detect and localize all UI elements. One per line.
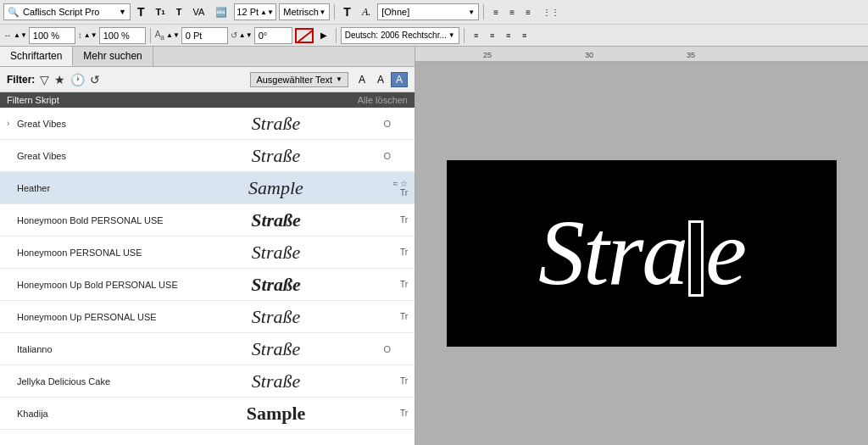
font-list-item[interactable]: Great VibesStraßeO [0, 140, 415, 172]
font-name-selector[interactable]: 🔍 Caflisch Script Pro ▼ [3, 3, 131, 20]
font-type-btn-2[interactable]: T1 [152, 3, 170, 20]
a-size-buttons: A A A [353, 72, 408, 87]
filter-text-dropdown[interactable]: Ausgewählter Text ▼ [250, 72, 348, 87]
search-icon: 🔍 [8, 7, 19, 18]
baseline-group: Aa ▲▼ 0 Pt [155, 27, 228, 44]
font-preview-cell: Straße [186, 306, 365, 328]
align-option-1[interactable]: ≡ [469, 28, 484, 43]
canvas-panel: 25 30 35 Strae [415, 47, 868, 445]
ruler-mark-35: 35 [687, 51, 695, 59]
align-option-3[interactable]: ≡ [501, 28, 516, 43]
font-preview-cell: Straße [186, 145, 365, 167]
baseline-value: 0 Pt [186, 31, 203, 41]
canvas-black-bg[interactable]: Strae [447, 160, 837, 347]
style-selector[interactable]: [Ohne] ▼ [377, 3, 479, 20]
font-preview-cell: Straße [186, 274, 365, 296]
canvas-text: Strae [538, 206, 745, 301]
font-list-item[interactable]: ItaliannoStraßeO [0, 333, 415, 365]
font-type-btn-5[interactable]: 🔤 [211, 3, 231, 20]
font-type-btn-1[interactable]: T [133, 3, 149, 20]
a-small-btn[interactable]: A [353, 72, 370, 87]
font-name-cell: Italianno [17, 344, 186, 354]
rotation-value: 0° [259, 31, 268, 41]
canvas-area: Strae [415, 62, 868, 445]
font-name-cell: Khadija [17, 409, 186, 419]
font-icon-cell: Tr [391, 215, 408, 225]
font-size-value: 12 Pt [236, 7, 259, 17]
size-unit-selector[interactable]: Metrisch ▼ [279, 3, 330, 20]
baseline-arrows: ▲▼ [166, 31, 180, 39]
filter-star-icon[interactable]: ★ [54, 73, 65, 86]
align-option-4[interactable]: ≡ [517, 28, 532, 43]
char-style-A[interactable]: A. [358, 3, 375, 20]
font-icon-cell: ≈ ☆ Tr [391, 179, 408, 197]
font-name-cell: Honeymoon Bold PERSONAL USE [17, 215, 186, 225]
font-name-cell: Honeymoon Up PERSONAL USE [17, 312, 186, 322]
align-group: ≡ ≡ ≡ [488, 4, 536, 19]
baseline-icon: Aa [155, 30, 164, 42]
a-medium-btn[interactable]: A [372, 72, 389, 87]
filter-refresh-icon[interactable]: ↺ [90, 73, 100, 86]
style-arrow: ▼ [468, 8, 475, 16]
scale-h-input[interactable]: 100 % [29, 27, 75, 44]
rotation-input[interactable]: 0° [254, 27, 292, 44]
scale-v-input[interactable]: 100 % [99, 27, 146, 44]
filter-funnel-icon[interactable]: ▽ [40, 73, 49, 86]
rotation-icon: ↺ [231, 31, 237, 40]
font-list-item[interactable]: HeatherSample≈ ☆ Tr [0, 172, 415, 204]
font-preview-cell: Straße [186, 113, 365, 135]
font-icon-cell: Tr [391, 409, 408, 418]
font-icon-cell: Tr [391, 280, 408, 289]
lang-value: Deutsch: 2006 Rechtschr... [345, 31, 447, 40]
language-selector[interactable]: Deutsch: 2006 Rechtschr... ▼ [341, 27, 459, 44]
font-icon-cell: Tr [391, 248, 408, 257]
font-list-item[interactable]: Honeymoon Bold PERSONAL USEStraßeTr [0, 204, 415, 236]
separator-4 [336, 28, 337, 43]
font-type-btn-4[interactable]: VA [188, 3, 209, 20]
font-list-item[interactable]: Jellyka Delicious CakeStraßeTr [0, 365, 415, 398]
a-large-btn[interactable]: A [391, 72, 408, 87]
font-list-item[interactable]: Honeymoon Up PERSONAL USEStraßeTr [0, 301, 415, 333]
font-size-selector[interactable]: 12 Pt ▲▼ [234, 3, 276, 20]
font-preview-cell: Sample [186, 177, 365, 199]
rotation-arrows: ▲▼ [239, 31, 253, 39]
baseline-input[interactable]: 0 Pt [181, 27, 228, 44]
font-list-item[interactable]: ›Great VibesStraßeO [0, 108, 415, 140]
tab-mehr-suchen[interactable]: Mehr suchen [73, 47, 153, 66]
unit-arrow: ▼ [319, 8, 326, 16]
filter-clock-icon[interactable]: 🕐 [70, 73, 85, 86]
main-content: Schriftarten Mehr suchen Filter: ▽ ★ 🕐 ↺… [0, 47, 868, 445]
filter-dropdown-label: Ausgewählter Text [256, 75, 332, 85]
char-style-T[interactable]: T [339, 3, 355, 20]
font-list-item[interactable]: Honeymoon PERSONAL USEStraßeTr [0, 236, 415, 269]
next-btn[interactable]: ▶ [316, 27, 331, 44]
font-type-btn-3[interactable]: T [172, 3, 186, 20]
main-toolbar: 🔍 Caflisch Script Pro ▼ T T1 T VA 🔤 12 P… [0, 0, 868, 47]
skew-btn[interactable] [295, 28, 314, 43]
align-left-btn[interactable]: ≡ [488, 4, 504, 19]
font-name-value: Caflisch Script Pro [23, 7, 99, 17]
more-options-btn[interactable]: ⋮⋮ [538, 3, 564, 20]
align-center-btn[interactable]: ≡ [504, 4, 520, 19]
align-option-2[interactable]: ≡ [485, 28, 500, 43]
font-browser-tabs: Schriftarten Mehr suchen [0, 47, 415, 67]
toolbar-row-1: 🔍 Caflisch Script Pro ▼ T T1 T VA 🔤 12 P… [0, 0, 868, 24]
font-name-cell: Honeymoon PERSONAL USE [17, 248, 186, 258]
font-browser-panel: Schriftarten Mehr suchen Filter: ▽ ★ 🕐 ↺… [0, 47, 415, 445]
tab-schriftarten[interactable]: Schriftarten [0, 47, 73, 66]
clear-filter-link[interactable]: Alle löschen [358, 95, 408, 105]
font-expand-arrow[interactable]: › [7, 119, 17, 128]
lang-arrow: ▼ [448, 31, 455, 39]
text-cursor [688, 220, 704, 297]
font-list-item[interactable]: Honeymoon Up Bold PERSONAL USEStraßeTr [0, 269, 415, 301]
font-list-item[interactable]: KhadijaSampleTr [0, 398, 415, 430]
style-value: [Ohne] [381, 7, 409, 17]
font-badge-cell: O [365, 151, 391, 161]
font-name-cell: Great Vibes [17, 151, 186, 161]
font-preview-cell: Straße [186, 370, 365, 392]
font-preview-cell: Straße [186, 242, 365, 264]
align-right-btn[interactable]: ≡ [520, 4, 536, 19]
font-icon-cell: Tr [391, 376, 408, 386]
align-group-2: ≡ ≡ ≡ ≡ [469, 28, 532, 43]
font-name-cell: Heather [17, 183, 186, 193]
